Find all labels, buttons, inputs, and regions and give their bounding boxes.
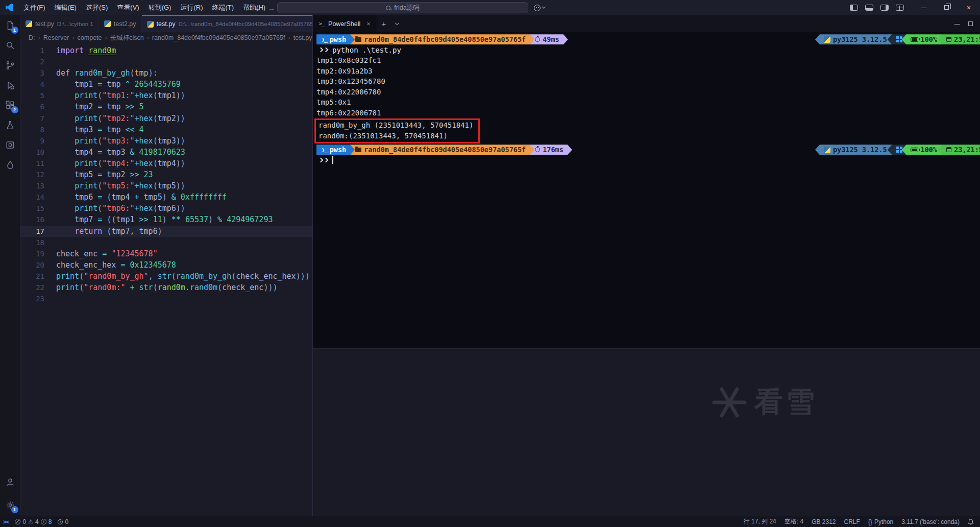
- code-line[interactable]: 2: [20, 56, 312, 67]
- infos-icon: i: [41, 519, 46, 524]
- prompt-row: ❯_pwshrand0m_84de0f4fbc09d405e40850e97a0…: [316, 145, 980, 155]
- code-line[interactable]: 6 tmp2 = tmp >> 5: [20, 101, 312, 112]
- code-line[interactable]: 15 print("tmp6:"+hex(tmp6)): [20, 203, 312, 214]
- prompt-terminal-icon: ❯_: [322, 36, 327, 42]
- accounts-icon[interactable]: [0, 472, 20, 492]
- line-number: 13: [20, 180, 55, 191]
- customize-layout-button[interactable]: [892, 0, 908, 15]
- code-line[interactable]: 14 tmp6 = (tmp4 + tmp5) & 0xffffffff: [20, 191, 312, 203]
- code-line[interactable]: 22print("rand0m:" + str(rand0m.rand0m(ch…: [20, 282, 312, 293]
- breadcrumb-separator: ›: [147, 34, 149, 41]
- code-line[interactable]: 7 print("tmp2:"+hex(tmp2)): [20, 113, 312, 124]
- breadcrumb-item[interactable]: rand0m_84de0f4fbc09d405e40850e97a05765f: [152, 34, 285, 41]
- code-line[interactable]: 21print("rand0m_by_gh", str(rand0m_by_gh…: [20, 271, 312, 282]
- terminal-tab-close-icon[interactable]: ×: [366, 20, 371, 28]
- code-line[interactable]: 5 print("tmp1:"+hex(tmp1)): [20, 90, 312, 101]
- code-line[interactable]: 19check_enc = "12345678": [20, 248, 312, 259]
- breadcrumb-item[interactable]: Reserver: [43, 34, 69, 41]
- breadcrumb-item[interactable]: D:: [29, 34, 35, 41]
- remote-indicator[interactable]: ><: [3, 519, 9, 525]
- panel-restore-icon[interactable]: [964, 15, 977, 32]
- code-line[interactable]: 10 tmp4 = tmp3 & 4198170623: [20, 147, 312, 158]
- toggle-secondary-sidebar-button[interactable]: [877, 0, 892, 15]
- menu-run[interactable]: 运行(R): [176, 0, 207, 15]
- toggle-panel-button[interactable]: [862, 0, 877, 15]
- menu-goto[interactable]: 转到(G): [144, 0, 176, 15]
- encoding[interactable]: GB 2312: [812, 518, 836, 525]
- nav-back-icon[interactable]: ←: [254, 4, 261, 12]
- breadcrumb-item[interactable]: compete: [78, 34, 102, 41]
- explorer-icon[interactable]: 1: [0, 15, 20, 35]
- line-number: 14: [20, 191, 55, 203]
- breadcrumb-item[interactable]: 长城杯ciscn: [110, 34, 144, 42]
- testing-icon[interactable]: [0, 115, 20, 135]
- terminal-content[interactable]: ❯_pwshrand0m_84de0f4fbc09d405e40850e97a0…: [313, 32, 980, 349]
- panel-minimize-icon[interactable]: ─: [950, 15, 964, 32]
- ports-count: 0: [65, 518, 68, 525]
- toggle-primary-sidebar-button[interactable]: [846, 0, 862, 15]
- menu-edit[interactable]: 编辑(E): [50, 0, 81, 15]
- editor-tab[interactable]: test.pyD:\...\rand0m_84de0f4fbc09d405e40…: [142, 15, 312, 32]
- code-line[interactable]: 9 print("tmp3:"+hex(tmp3)): [20, 135, 312, 147]
- code-line[interactable]: 1import rand0m: [20, 45, 312, 56]
- terminal-output-line: rand0m:(2351013443, 570451841): [318, 131, 473, 141]
- menu-terminal[interactable]: 终端(T): [207, 0, 238, 15]
- nav-forward-icon[interactable]: →: [267, 4, 275, 12]
- water-drop-extension-icon[interactable]: [0, 155, 20, 175]
- python-icon: [824, 36, 830, 43]
- code-editor[interactable]: 1import rand0m23def rand0m_by_gh(tmp):4 …: [20, 43, 312, 516]
- extensions-icon[interactable]: 2: [0, 95, 20, 115]
- breadcrumb-item[interactable]: test.py: [293, 34, 312, 41]
- code-line[interactable]: 8 tmp3 = tmp << 4: [20, 124, 312, 135]
- battery-icon: [911, 37, 918, 42]
- code-line[interactable]: 23: [20, 293, 312, 304]
- restore-button[interactable]: [935, 0, 958, 15]
- manage-gear-icon[interactable]: 1: [0, 495, 20, 515]
- highlight-annotation-box: rand0m_by_gh (2351013443, 570451841)rand…: [314, 118, 480, 143]
- shell-segment: ❯_pwsh: [316, 145, 355, 155]
- notifications-bell-icon[interactable]: [968, 519, 974, 525]
- line-number: 11: [20, 158, 55, 169]
- terminal-tab-powershell[interactable]: >_ PowerShell ×: [313, 15, 377, 32]
- ports-indicator[interactable]: 0: [58, 518, 68, 525]
- code-line[interactable]: 18: [20, 237, 312, 248]
- code-line[interactable]: 13 print("tmp5:"+hex(tmp5)): [20, 180, 312, 191]
- search-view-icon[interactable]: [0, 35, 20, 55]
- terminal-output-line: tmp2:0x91a2b3: [316, 66, 980, 77]
- line-number: 1: [20, 45, 55, 56]
- code-line[interactable]: 12 tmp5 = tmp2 >> 23: [20, 169, 312, 180]
- terminal-dropdown-icon[interactable]: [390, 15, 404, 32]
- code-line[interactable]: 3def rand0m_by_gh(tmp):: [20, 67, 312, 79]
- code-line[interactable]: 16 tmp7 = ((tmp1 >> 11) ** 65537) % 4294…: [20, 214, 312, 225]
- line-number: 17: [20, 226, 55, 237]
- code-line[interactable]: 17 return (tmp7, tmp6): [20, 226, 312, 237]
- minimize-button[interactable]: ─: [913, 0, 935, 15]
- tools-extension-icon[interactable]: [0, 135, 20, 155]
- python-file-icon: [104, 20, 111, 27]
- prompt-terminal-icon: ❯_: [322, 147, 327, 153]
- menu-view[interactable]: 查看(V): [112, 0, 143, 15]
- problems-indicator[interactable]: 0 ⚠ 4 i 8: [15, 518, 52, 525]
- copilot-menu[interactable]: [534, 0, 545, 15]
- cursor-position[interactable]: 行 17, 列 24: [744, 517, 776, 526]
- code-line[interactable]: 11 print("tmp4:"+hex(tmp4)): [20, 158, 312, 169]
- source-control-icon[interactable]: [0, 55, 20, 75]
- terminal-command: python .\test.py: [332, 46, 401, 54]
- code-line[interactable]: 20check_enc_hex = 0x12345678: [20, 259, 312, 271]
- editor-tab[interactable]: test2.py: [99, 15, 142, 32]
- command-center-search[interactable]: frida源码: [277, 2, 528, 13]
- code-line[interactable]: 4 tmp1 = tmp ^ 2654435769: [20, 79, 312, 90]
- run-debug-icon[interactable]: [0, 75, 20, 95]
- python-interpreter[interactable]: 3.11.7 ('base': conda): [901, 518, 960, 525]
- terminal-output-line: tmp5:0x1: [316, 97, 980, 108]
- indentation[interactable]: 空格: 4: [785, 517, 803, 526]
- new-terminal-button[interactable]: +: [377, 15, 390, 32]
- close-button[interactable]: ×: [958, 0, 980, 15]
- tab-label: test2.py: [114, 20, 136, 28]
- prompt-chevron-icon: [318, 158, 324, 163]
- menu-file[interactable]: 文件(F): [19, 0, 50, 15]
- language-mode[interactable]: {} Python: [868, 518, 893, 525]
- menu-selection[interactable]: 选择(S): [81, 0, 112, 15]
- eol-sequence[interactable]: CRLF: [844, 518, 860, 525]
- editor-tab[interactable]: test.pyD:\...\cython 1: [20, 15, 99, 32]
